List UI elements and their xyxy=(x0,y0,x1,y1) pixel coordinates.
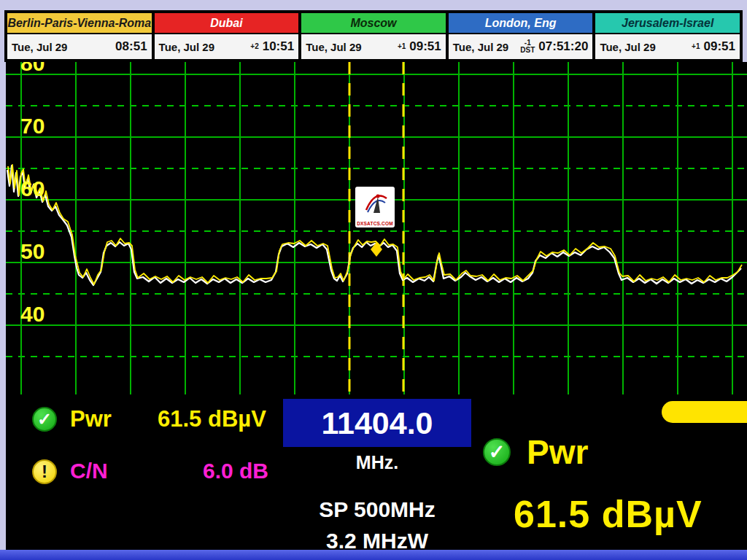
pwr-big-label: Pwr xyxy=(527,432,588,472)
clock-time-row: Tue, Jul 29 -1 DST 07:51:20 xyxy=(449,34,593,59)
readout-panel: ✓ Pwr 61.5 dBµV ! C/N 6.0 dB 11404.0 MHz… xyxy=(6,394,747,550)
clock-panel-jerusalem: Jerusalem-Israel Tue, Jul 29 +1 09:51 xyxy=(594,12,741,61)
pwr-label: Pwr xyxy=(70,406,112,432)
clock-city-label: Jerusalem-Israel xyxy=(595,13,740,34)
dxsatcs-logo: DXSATCS.COM xyxy=(355,187,395,228)
bottom-status-bar xyxy=(0,550,747,560)
signal-level-pill-button[interactable] xyxy=(662,401,747,423)
world-clock-bar: Berlin-Paris-Vienna-Roma Tue, Jul 29 08:… xyxy=(4,10,743,62)
svg-text:60: 60 xyxy=(20,176,44,201)
clock-date: Tue, Jul 29 xyxy=(159,41,214,53)
offset-value: +2 xyxy=(250,43,258,51)
clock-date: Tue, Jul 29 xyxy=(453,41,508,53)
pwr-big-ok-icon: ✓ xyxy=(483,438,511,466)
clock-date: Tue, Jul 29 xyxy=(600,41,655,53)
clock-time: 10:51 xyxy=(263,39,294,54)
pwr-ok-icon: ✓ xyxy=(32,407,57,432)
clock-panel-dubai: Dubai Tue, Jul 29 +2 10:51 xyxy=(153,12,301,61)
clock-city-label: Moscow xyxy=(301,13,446,34)
svg-text:70: 70 xyxy=(20,114,44,138)
clock-panel-london: London, Eng Tue, Jul 29 -1 DST 07:51:20 xyxy=(447,12,595,61)
clock-panel-moscow: Moscow Tue, Jul 29 +1 09:51 xyxy=(300,12,447,61)
satellite-meter-screen: Berlin-Paris-Vienna-Roma Tue, Jul 29 08:… xyxy=(0,0,747,560)
clock-time-row: Tue, Jul 29 +1 09:51 xyxy=(595,34,740,59)
clock-panel-berlin: Berlin-Paris-Vienna-Roma Tue, Jul 29 08:… xyxy=(6,12,153,61)
clock-time-row: Tue, Jul 29 +1 09:51 xyxy=(301,34,446,59)
svg-text:80: 80 xyxy=(20,62,44,75)
clock-date: Tue, Jul 29 xyxy=(306,41,361,53)
clock-time: 09:51 xyxy=(409,39,441,54)
clock-city-label: Dubai xyxy=(155,13,299,34)
clock-time-row: Tue, Jul 29 +2 10:51 xyxy=(155,34,299,59)
clock-time: 08:51 xyxy=(115,39,147,54)
spectrum-display: 8070605040 DXSATCS.COM xyxy=(6,62,747,394)
cn-value: 6.0 dB xyxy=(203,459,268,483)
spectrum-svg: 8070605040 xyxy=(6,62,747,394)
clock-utc-offset: -1 DST xyxy=(520,39,535,55)
cn-warning-icon: ! xyxy=(32,459,57,484)
svg-text:40: 40 xyxy=(20,302,44,326)
cn-label: C/N xyxy=(70,459,108,483)
clock-utc-offset: +2 xyxy=(250,43,258,51)
clock-utc-offset: +1 xyxy=(692,43,700,51)
clock-time: 09:51 xyxy=(703,39,735,54)
dxsatcs-watermark-text: DXSATCS.COM xyxy=(357,221,393,226)
clock-date: Tue, Jul 29 xyxy=(12,41,67,53)
clock-city-label: Berlin-Paris-Vienna-Roma xyxy=(7,13,152,34)
offset-dst: DST xyxy=(520,47,535,55)
pwr-big-value: 61.5 dBµV xyxy=(514,492,703,536)
frequency-unit-label: MHz. xyxy=(283,452,471,473)
clock-city-label: London, Eng xyxy=(449,13,593,34)
bandwidth-readout: 3.2 MHzW xyxy=(283,529,471,550)
frequency-readout: 11404.0 xyxy=(283,399,471,447)
clock-time: 07:51:20 xyxy=(538,39,588,54)
offset-value: +1 xyxy=(398,43,406,51)
clock-utc-offset: +1 xyxy=(398,43,406,51)
dxsatcs-logo-graphic xyxy=(359,188,391,217)
svg-text:50: 50 xyxy=(20,239,44,263)
offset-value: +1 xyxy=(692,43,700,51)
pwr-value: 61.5 dBµV xyxy=(158,406,266,432)
clock-time-row: Tue, Jul 29 08:51 xyxy=(7,34,152,59)
span-readout: SP 500MHz xyxy=(283,497,471,522)
